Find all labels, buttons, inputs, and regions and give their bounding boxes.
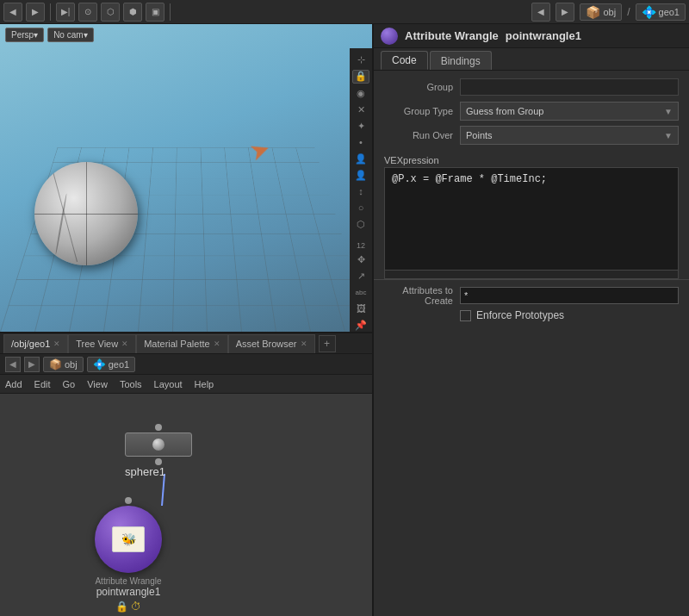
sphere1-box[interactable] <box>125 432 192 457</box>
tab-asset-browser-label: Asset Browser <box>236 339 297 349</box>
icon-dot[interactable]: • <box>352 136 369 149</box>
run-over-value: Points <box>466 130 493 140</box>
menu-add[interactable]: Add <box>5 379 22 389</box>
icon-abc[interactable]: abc <box>352 286 369 299</box>
menu-layout[interactable]: Layout <box>154 379 183 389</box>
toolbar-btn-3[interactable]: ⬡ <box>101 3 120 22</box>
main-layout: Persp▾ No cam▾ ➤ ⊹ 🔒 ◉ ✕ ✦ <box>0 24 689 616</box>
sphere-line-horizontal <box>34 214 138 215</box>
tab-obj-geo1-close[interactable]: ✕ <box>53 339 60 348</box>
icon-move[interactable]: ✥ <box>352 253 369 266</box>
clock-icon: ⏱ <box>131 600 141 613</box>
nav-fwd-top[interactable]: ▶ <box>556 3 574 22</box>
tab-asset-browser-close[interactable]: ✕ <box>301 339 307 348</box>
run-over-dropdown[interactable]: Points ▼ <box>460 126 679 145</box>
icon-lock[interactable]: 🔒 <box>352 70 369 84</box>
lock-icon: 🔒 <box>115 600 128 613</box>
group-type-dropdown[interactable]: Guess from Group ▼ <box>460 102 679 121</box>
net-geo-btn[interactable]: 💠 geo1 <box>87 357 135 372</box>
toolbar-btn-1[interactable]: ▶| <box>56 3 75 22</box>
param-row-attrs: Attributes to Create <box>384 285 679 306</box>
nav-path-bar: ◀ ▶ 📦 obj 💠 geo1 <box>0 354 372 375</box>
nocam-button[interactable]: No cam▾ <box>47 28 93 42</box>
net-nav-fwd[interactable]: ▶ <box>24 357 40 372</box>
viewport-overlay-btns: Persp▾ No cam▾ <box>5 28 94 42</box>
network-canvas[interactable]: sphere1 🐝 Attribute Wrangle pointwrangle… <box>0 394 372 616</box>
back-btn[interactable]: ◀ <box>3 3 22 22</box>
wrangle-circle: 🐝 <box>95 506 162 573</box>
param-area: Group Group Type Guess from Group ▼ Run … <box>374 71 689 152</box>
code-editor[interactable]: @P.x = @Frame * @TimeInc; <box>384 167 679 271</box>
menu-tools[interactable]: Tools <box>120 379 142 389</box>
icon-move2[interactable]: ↗ <box>352 270 369 283</box>
panel-node-icon <box>381 28 398 45</box>
viewport[interactable]: Persp▾ No cam▾ ➤ ⊹ 🔒 ◉ ✕ ✦ <box>0 24 372 332</box>
run-over-arrow: ▼ <box>664 131 673 140</box>
run-over-label: Run Over <box>384 130 453 140</box>
network-menubar: Add Edit Go View Tools Layout Help <box>0 375 372 394</box>
wrangle-type-label: Attribute Wrangle <box>95 576 162 586</box>
tab-tree-view-label: Tree View <box>76 339 118 349</box>
icon-star[interactable]: ✦ <box>352 120 369 133</box>
tab-obj-geo1[interactable]: /obj/geo1 ✕ <box>3 334 68 353</box>
path-sep: / <box>627 6 630 18</box>
icon-pin[interactable]: 📌 <box>352 319 369 332</box>
icon-person[interactable]: 👤 <box>352 152 369 165</box>
net-obj-btn[interactable]: 📦 obj <box>43 357 84 372</box>
tab-bindings[interactable]: Bindings <box>430 51 492 70</box>
enforce-checkbox[interactable] <box>460 310 471 321</box>
add-tab-btn[interactable]: + <box>319 335 336 352</box>
toolbar-btn-2[interactable]: ⊙ <box>78 3 97 22</box>
node-pointwrangle1[interactable]: 🐝 Attribute Wrangle pointwrangle1 🔒 ⏱ <box>95 497 162 613</box>
obj-path-btn[interactable]: 📦 obj <box>580 3 622 21</box>
attrs-input[interactable] <box>460 287 679 304</box>
geo-path-btn[interactable]: 💠 geo1 <box>636 3 686 21</box>
tab-code[interactable]: Code <box>381 51 428 70</box>
persp-button[interactable]: Persp▾ <box>5 28 44 42</box>
geo-label: geo1 <box>659 7 680 17</box>
menu-view[interactable]: View <box>87 379 108 389</box>
attrs-label: Attributes to Create <box>384 285 453 306</box>
menu-help[interactable]: Help <box>195 379 214 389</box>
group-input[interactable] <box>460 78 679 96</box>
tab-asset-browser[interactable]: Asset Browser ✕ <box>228 334 315 353</box>
sphere-object <box>34 162 138 265</box>
param-row-run-over: Run Over Points ▼ <box>384 126 679 145</box>
net-geo-label: geo1 <box>109 359 129 370</box>
icon-img[interactable]: 🖼 <box>352 302 369 315</box>
param-row-group: Group <box>384 78 679 96</box>
tab-tree-view-close[interactable]: ✕ <box>121 339 128 348</box>
panel-node-type: Attribute Wrangle <box>405 29 499 42</box>
icon-arrow[interactable]: ↕ <box>352 185 369 198</box>
svg-line-0 <box>162 474 164 506</box>
icon-person2[interactable]: 👤 <box>352 169 369 182</box>
node-sphere1[interactable]: sphere1 <box>125 424 192 478</box>
toolbar-btn-5[interactable]: ▣ <box>146 3 164 22</box>
group-type-arrow: ▼ <box>664 107 673 116</box>
icon-eye[interactable]: ◉ <box>352 87 369 100</box>
vexpression-label: VEXpression <box>374 152 689 167</box>
fwd-btn[interactable]: ▶ <box>26 3 45 22</box>
icon-select[interactable]: ⊹ <box>352 53 369 66</box>
tab-tree-view[interactable]: Tree View ✕ <box>68 334 136 353</box>
viewport-icon-bar: ⊹ 🔒 ◉ ✕ ✦ • 👤 👤 ↕ ○ ⬡ 12 ✥ ↗ abc 🖼 📌 <box>350 48 372 332</box>
tab-material-palette[interactable]: Material Palette ✕ <box>136 334 227 353</box>
icon-circle[interactable]: ○ <box>352 202 369 215</box>
menu-edit[interactable]: Edit <box>34 379 51 389</box>
tab-material-palette-close[interactable]: ✕ <box>214 339 220 348</box>
menu-go[interactable]: Go <box>63 379 76 389</box>
enforce-prototypes-row: Enforce Prototypes <box>384 309 679 321</box>
toolbar-btn-4[interactable]: ⬢ <box>123 3 142 22</box>
obj-label: obj <box>603 7 616 17</box>
icon-geo[interactable]: ⬡ <box>352 218 369 231</box>
left-panel: Persp▾ No cam▾ ➤ ⊹ 🔒 ◉ ✕ ✦ <box>0 24 372 616</box>
group-label: Group <box>384 82 453 92</box>
nav-back-top[interactable]: ◀ <box>531 3 550 22</box>
sphere1-mini-icon <box>152 439 164 451</box>
icon-x[interactable]: ✕ <box>352 103 369 116</box>
panel-tabs: Code Bindings <box>374 48 689 71</box>
code-scrollbar[interactable] <box>384 271 679 279</box>
enforce-label: Enforce Prototypes <box>476 309 564 321</box>
sep1 <box>50 3 51 21</box>
net-nav-back[interactable]: ◀ <box>5 357 21 372</box>
